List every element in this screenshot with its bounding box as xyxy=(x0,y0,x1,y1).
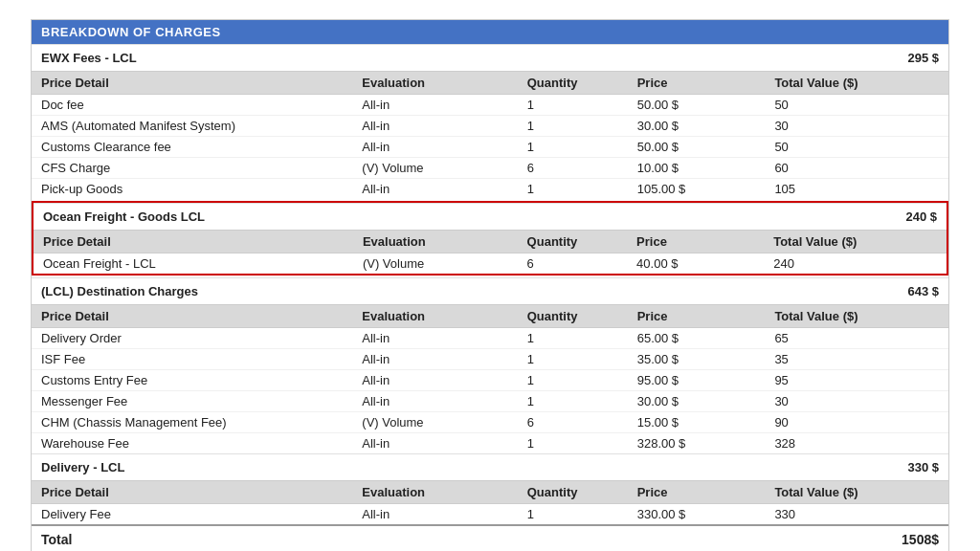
td-exw-0-2: 1 xyxy=(518,95,628,116)
td-exw-1-2: 1 xyxy=(518,116,628,137)
td-exw-0-0: Doc fee xyxy=(32,95,352,116)
section-total-destination: 643 $ xyxy=(907,284,939,298)
td-destination-2-1: All-in xyxy=(352,370,517,391)
td-destination-5-0: Warehouse Fee xyxy=(32,433,352,454)
td-exw-1-0: AMS (Automated Manifest System) xyxy=(32,116,352,137)
breakdown-header: BREAKDOWN OF CHARGES xyxy=(32,20,948,44)
td-destination-4-1: (V) Volume xyxy=(352,412,517,433)
total-label: Total xyxy=(41,532,72,547)
table-exw: Price DetailEvaluationQuantityPriceTotal… xyxy=(32,71,948,199)
td-destination-5-2: 1 xyxy=(518,433,628,454)
section-header-ocean: Ocean Freight - Goods LCL240 $ xyxy=(33,203,947,230)
th-exw-4: Total Value ($) xyxy=(765,72,948,95)
td-exw-4-0: Pick-up Goods xyxy=(32,179,352,200)
header-title: BREAKDOWN OF CHARGES xyxy=(41,25,221,39)
td-delivery-0-2: 1 xyxy=(518,504,628,525)
td-ocean-0-1: (V) Volume xyxy=(353,253,518,275)
td-exw-4-2: 1 xyxy=(518,179,628,200)
td-exw-0-4: 50 xyxy=(765,95,948,116)
td-destination-4-0: CHM (Chassis Management Fee) xyxy=(32,412,352,433)
td-destination-1-0: ISF Fee xyxy=(32,349,352,370)
total-value: 1508$ xyxy=(902,532,939,547)
th-destination-3: Price xyxy=(628,305,766,328)
table-delivery: Price DetailEvaluationQuantityPriceTotal… xyxy=(32,480,948,524)
td-destination-1-1: All-in xyxy=(352,349,517,370)
td-destination-1-4: 35 xyxy=(765,349,948,370)
th-ocean-3: Price xyxy=(627,231,764,253)
th-delivery-0: Price Detail xyxy=(32,481,352,504)
td-destination-2-3: 95.00 $ xyxy=(628,370,766,391)
th-ocean-1: Evaluation xyxy=(353,231,518,253)
table-row: CHM (Chassis Management Fee)(V) Volume61… xyxy=(32,412,948,433)
td-exw-3-4: 60 xyxy=(765,158,948,179)
td-destination-4-2: 6 xyxy=(518,412,628,433)
td-exw-3-3: 10.00 $ xyxy=(628,158,766,179)
th-destination-2: Quantity xyxy=(518,305,628,328)
section-header-destination: (LCL) Destination Charges643 $ xyxy=(32,277,948,304)
th-exw-2: Quantity xyxy=(518,72,628,95)
section-total-ocean: 240 $ xyxy=(905,209,937,224)
charges-container: BREAKDOWN OF CHARGES EWX Fees - LCL295 $… xyxy=(31,19,949,551)
td-destination-1-2: 1 xyxy=(518,349,628,370)
td-ocean-0-0: Ocean Freight - LCL xyxy=(33,253,353,275)
th-destination-4: Total Value ($) xyxy=(765,305,948,328)
td-exw-0-1: All-in xyxy=(352,95,517,116)
th-delivery-3: Price xyxy=(628,481,766,504)
th-exw-1: Evaluation xyxy=(352,72,517,95)
td-exw-3-0: CFS Charge xyxy=(32,158,352,179)
td-exw-2-3: 50.00 $ xyxy=(628,137,766,158)
td-exw-4-1: All-in xyxy=(352,179,517,200)
table-row: Ocean Freight - LCL(V) Volume640.00 $240 xyxy=(33,253,947,275)
td-exw-0-3: 50.00 $ xyxy=(628,95,766,116)
section-title-ocean: Ocean Freight - Goods LCL xyxy=(43,209,205,224)
table-row: Customs Entry FeeAll-in195.00 $95 xyxy=(32,370,948,391)
section-title-exw: EWX Fees - LCL xyxy=(41,51,137,65)
td-destination-3-1: All-in xyxy=(352,391,517,412)
section-total-delivery: 330 $ xyxy=(907,460,939,474)
td-exw-4-4: 105 xyxy=(765,179,948,200)
td-destination-3-2: 1 xyxy=(518,391,628,412)
table-row: ISF FeeAll-in135.00 $35 xyxy=(32,349,948,370)
table-row: Messenger FeeAll-in130.00 $30 xyxy=(32,391,948,412)
th-ocean-2: Quantity xyxy=(518,231,627,253)
td-delivery-0-4: 330 xyxy=(765,504,948,525)
td-ocean-0-2: 6 xyxy=(518,253,627,275)
td-destination-1-3: 35.00 $ xyxy=(628,349,766,370)
td-destination-2-2: 1 xyxy=(518,370,628,391)
section-title-destination: (LCL) Destination Charges xyxy=(41,284,198,298)
td-destination-5-1: All-in xyxy=(352,433,517,454)
td-destination-0-2: 1 xyxy=(518,328,628,349)
td-exw-3-1: (V) Volume xyxy=(352,158,517,179)
table-row: Customs Clearance feeAll-in150.00 $50 xyxy=(32,137,948,158)
section-ocean-wrapper: Ocean Freight - Goods LCL240 $Price Deta… xyxy=(32,201,948,276)
td-destination-0-1: All-in xyxy=(352,328,517,349)
td-delivery-0-1: All-in xyxy=(352,504,517,525)
td-exw-2-4: 50 xyxy=(765,137,948,158)
td-destination-4-4: 90 xyxy=(765,412,948,433)
section-header-delivery: Delivery - LCL330 $ xyxy=(32,453,948,480)
td-ocean-0-4: 240 xyxy=(764,253,947,275)
td-ocean-0-3: 40.00 $ xyxy=(627,253,764,275)
td-destination-3-0: Messenger Fee xyxy=(32,391,352,412)
td-destination-2-4: 95 xyxy=(765,370,948,391)
table-row: Doc feeAll-in150.00 $50 xyxy=(32,95,948,116)
th-delivery-4: Total Value ($) xyxy=(765,481,948,504)
th-delivery-1: Evaluation xyxy=(352,481,517,504)
td-destination-3-3: 30.00 $ xyxy=(628,391,766,412)
table-row: Warehouse FeeAll-in1328.00 $328 xyxy=(32,433,948,454)
td-destination-0-0: Delivery Order xyxy=(32,328,352,349)
td-destination-0-4: 65 xyxy=(765,328,948,349)
td-exw-4-3: 105.00 $ xyxy=(628,179,766,200)
td-destination-5-3: 328.00 $ xyxy=(628,433,766,454)
th-exw-0: Price Detail xyxy=(32,72,352,95)
th-ocean-0: Price Detail xyxy=(33,231,353,253)
td-exw-2-0: Customs Clearance fee xyxy=(32,137,352,158)
td-exw-1-1: All-in xyxy=(352,116,517,137)
table-row: Delivery OrderAll-in165.00 $65 xyxy=(32,328,948,349)
table-row: Pick-up GoodsAll-in1105.00 $105 xyxy=(32,179,948,200)
th-exw-3: Price xyxy=(628,72,766,95)
th-ocean-4: Total Value ($) xyxy=(764,231,947,253)
td-delivery-0-3: 330.00 $ xyxy=(628,504,766,525)
th-destination-1: Evaluation xyxy=(352,305,517,328)
td-exw-2-2: 1 xyxy=(518,137,628,158)
